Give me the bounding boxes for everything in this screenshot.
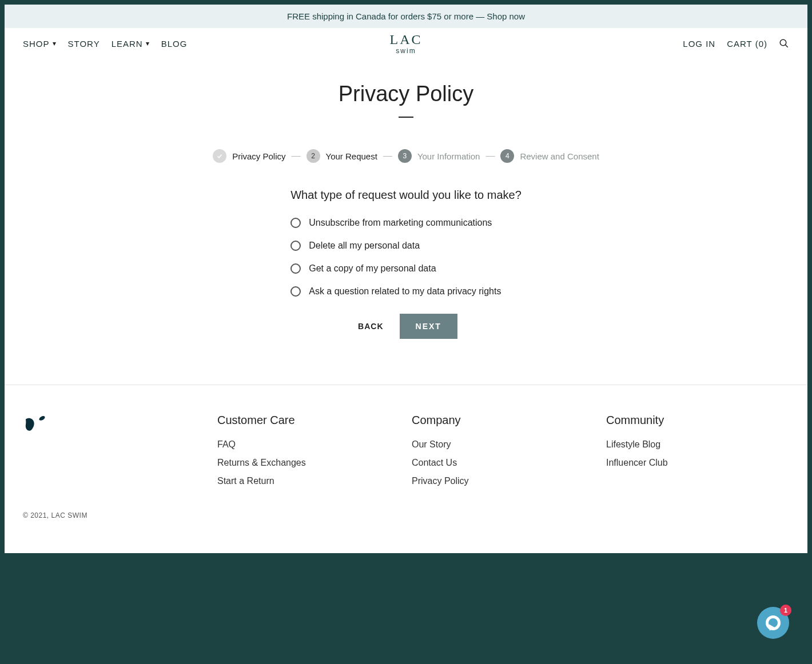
nav-blog-label: BLOG	[161, 39, 188, 49]
svg-point-2	[38, 415, 46, 421]
step-3: 3 Your Information	[398, 149, 480, 163]
logo[interactable]: LAC swim	[390, 33, 423, 54]
step-3-circle: 3	[398, 149, 412, 163]
footer-link-contact[interactable]: Contact Us	[412, 458, 595, 468]
radio-label: Ask a question related to my data privac…	[309, 286, 501, 297]
title-underline	[399, 117, 413, 118]
form-question: What type of request would you like to m…	[290, 189, 522, 202]
radio-option-copy[interactable]: Get a copy of my personal data	[290, 263, 522, 274]
radio-option-delete[interactable]: Delete all my personal data	[290, 241, 522, 251]
footer-col-company: Company Our Story Contact Us Privacy Pol…	[412, 414, 595, 494]
footer-link-our-story[interactable]: Our Story	[412, 439, 595, 450]
step-2-label: Your Request	[326, 151, 377, 161]
step-separator: —	[292, 151, 301, 161]
step-4: 4 Review and Consent	[500, 149, 599, 163]
cart-label: CART (0)	[727, 39, 767, 49]
back-button[interactable]: BACK	[355, 314, 387, 339]
chevron-down-icon: ▾	[53, 39, 57, 47]
next-button[interactable]: NEXT	[400, 314, 457, 339]
form-area: What type of request would you like to m…	[285, 189, 527, 339]
step-separator: —	[383, 151, 392, 161]
footer-logo	[23, 414, 206, 494]
radio-option-question[interactable]: Ask a question related to my data privac…	[290, 286, 522, 297]
nav-shop-label: SHOP	[23, 39, 50, 49]
form-buttons: BACK NEXT	[290, 314, 522, 339]
footer: Customer Care FAQ Returns & Exchanges St…	[5, 385, 807, 506]
svg-line-1	[785, 45, 788, 47]
radio-label: Delete all my personal data	[309, 241, 420, 251]
announcement-bar[interactable]: FREE shipping in Canada for orders $75 o…	[5, 5, 807, 28]
footer-link-influencer[interactable]: Influencer Club	[606, 458, 789, 468]
radio-icon	[290, 218, 301, 228]
header: SHOP ▾ STORY LEARN ▾ BLOG LAC swim LOG I…	[5, 28, 807, 59]
footer-heading: Customer Care	[217, 414, 400, 427]
radio-icon	[290, 263, 301, 274]
copyright: © 2021, LAC SWIM	[5, 506, 807, 535]
footer-col-customer-care: Customer Care FAQ Returns & Exchanges St…	[217, 414, 400, 494]
footer-col-community: Community Lifestyle Blog Influencer Club	[606, 414, 789, 494]
logo-main: LAC	[390, 33, 423, 46]
nav-story-label: STORY	[68, 39, 100, 49]
page-title-wrap: Privacy Policy	[5, 82, 807, 118]
step-separator: —	[485, 151, 495, 161]
stepper: Privacy Policy — 2 Your Request — 3 Your…	[5, 149, 807, 163]
step-2-circle: 2	[307, 149, 320, 163]
footer-heading: Community	[606, 414, 789, 427]
radio-label: Get a copy of my personal data	[309, 263, 436, 274]
svg-point-0	[780, 39, 786, 46]
logo-sub: swim	[390, 47, 423, 54]
radio-icon	[290, 286, 301, 297]
radio-icon	[290, 241, 301, 251]
search-icon[interactable]	[779, 38, 789, 49]
radio-label: Unsubscribe from marketing communication…	[309, 218, 492, 228]
login-link[interactable]: LOG IN	[683, 39, 715, 49]
footer-link-start-return[interactable]: Start a Return	[217, 476, 400, 486]
step-4-circle: 4	[500, 149, 514, 163]
login-label: LOG IN	[683, 39, 715, 49]
step-1-circle	[213, 149, 226, 163]
footer-link-faq[interactable]: FAQ	[217, 439, 400, 450]
cart-link[interactable]: CART (0)	[727, 39, 767, 49]
footer-link-blog[interactable]: Lifestyle Blog	[606, 439, 789, 450]
footer-heading: Company	[412, 414, 595, 427]
nav-learn-label: LEARN	[112, 39, 143, 49]
nav-story[interactable]: STORY	[68, 39, 100, 49]
step-1-label: Privacy Policy	[232, 151, 285, 161]
radio-option-unsubscribe[interactable]: Unsubscribe from marketing communication…	[290, 218, 522, 228]
footer-link-returns[interactable]: Returns & Exchanges	[217, 458, 400, 468]
step-1: Privacy Policy	[213, 149, 285, 163]
step-3-label: Your Information	[417, 151, 480, 161]
nav-shop[interactable]: SHOP ▾	[23, 39, 57, 49]
nav-left: SHOP ▾ STORY LEARN ▾ BLOG	[23, 39, 187, 49]
step-2: 2 Your Request	[307, 149, 377, 163]
footer-link-privacy[interactable]: Privacy Policy	[412, 476, 595, 486]
nav-blog[interactable]: BLOG	[161, 39, 188, 49]
nav-right: LOG IN CART (0)	[683, 38, 789, 49]
chevron-down-icon: ▾	[146, 39, 150, 47]
step-4-label: Review and Consent	[520, 151, 599, 161]
page-title: Privacy Policy	[5, 82, 807, 106]
nav-learn[interactable]: LEARN ▾	[112, 39, 150, 49]
